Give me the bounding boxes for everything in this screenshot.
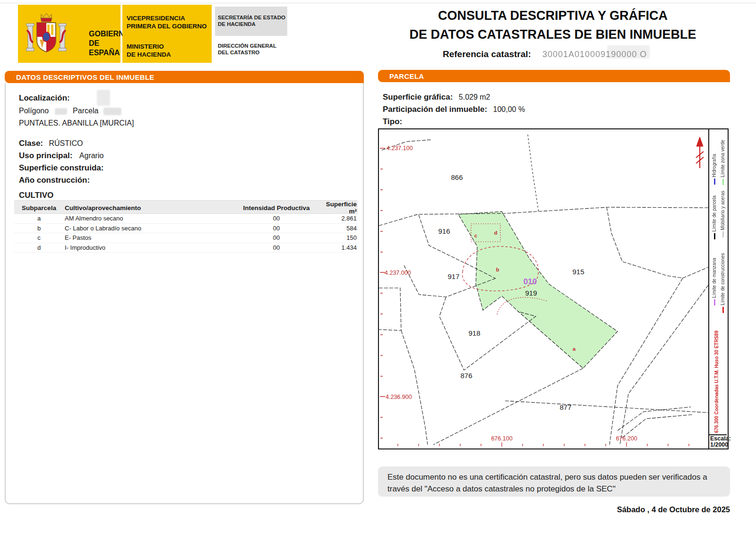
direccion-catastro-text: DIRECCIÓN GENERAL DEL CATASTRO (218, 42, 276, 56)
clase-line: Clase: RÚSTICO (19, 139, 83, 148)
coord-label-y3: 4.236.900 (386, 394, 412, 400)
parcel-label-916: 916 (438, 227, 450, 235)
ref-catastral-label: Referencia catastral: (443, 49, 531, 59)
ministerio-text: MINISTERIO (127, 42, 171, 51)
coord-label-x2: 676.200 (616, 435, 637, 442)
disclaimer-box: Este documento no es una certificación c… (378, 466, 730, 497)
coord-label-y1: 4.237.100 (387, 145, 413, 152)
participacion-line: Participación del inmueble: 100,00 % (383, 105, 525, 114)
redaction (103, 108, 121, 115)
table-row: c E- Pastos 00 150 (14, 233, 358, 243)
coord-label-y2: 4.237.000 (385, 270, 411, 276)
legend-hidrografia: Hidrografía (711, 154, 718, 185)
table-row: a AM Almendro secano 00 2.861 (14, 214, 358, 224)
legend-mobiliario: Mobiliario y aceras (719, 191, 727, 237)
section-header-parcela: PARCELA (378, 70, 730, 82)
subparcel-label-a: a (573, 346, 576, 352)
ministerio-logo-block: VICEPRESIDENCIA PRIMERA DEL GOBIERNO MIN… (122, 5, 212, 63)
hidrografia-line-swatch (714, 178, 715, 185)
secretaria-block: SECRETARÍA DE ESTADO DE HACIENDA (215, 7, 287, 36)
limite-construcciones-line-swatch (722, 307, 724, 313)
redaction (55, 108, 67, 115)
subparcel-label-b: b (496, 267, 499, 272)
table-row: b C- Labor o Labradío secano 00 584 (14, 224, 358, 234)
section-header-datos-descriptivos: DATOS DESCRIPTIVOS DEL INMUEBLE (5, 71, 364, 83)
redaction (97, 90, 110, 106)
spain-coat-of-arms (26, 11, 67, 58)
north-arrow-icon (696, 137, 704, 168)
subparcel-label-d: d (494, 230, 498, 236)
parcel-label-915: 915 (572, 268, 584, 276)
uso-line: Uso principal: Agrario (19, 151, 103, 161)
superficie-grafica-line: Superficie gráfica: 5.029 m2 (383, 93, 490, 102)
zona-verde-line-swatch (722, 179, 724, 185)
parcel-label-876: 876 (460, 372, 472, 380)
cultivo-title: CULTIVO (19, 191, 53, 200)
legend-limite-parcela: Límite de parcela (711, 195, 718, 239)
top-divider (0, 3, 756, 3)
parcel-label-919: 919 (525, 289, 537, 297)
subparcel-label-c: c (474, 233, 477, 238)
anio-construccion-label: Año construcción: (19, 176, 90, 185)
mobiliario-line-swatch (722, 231, 724, 237)
utm-coordinates-note: 676.300 Coordenadas U.T.M. Huso 30 ETRS8… (714, 331, 719, 433)
localizacion-label: Localización: (19, 93, 70, 103)
map-legend: Hidrografía Límite zona verde Límite de … (708, 129, 727, 448)
parcel-ref-label-010: 010 (524, 277, 537, 286)
municipio-line: PUNTALES. ABANILLA [MURCIA] (19, 119, 134, 127)
parcel-label-917: 917 (447, 272, 459, 280)
parcel-label-918: 918 (468, 329, 480, 337)
cadastral-document: GOBIERNO DE ESPAÑA VICEPRESIDENCIA PRIME… (0, 0, 756, 533)
legend-limite-manzana: Límite de manzana (711, 258, 718, 305)
scale-box: Escala: 1/2000 (709, 434, 727, 448)
page-title-line1: CONSULTA DESCRIPTIVA Y GRÁFICA (406, 8, 699, 23)
gobierno-logo-block: GOBIERNO DE ESPAÑA (18, 5, 120, 63)
vicepresidencia-text: VICEPRESIDENCIA (127, 14, 207, 22)
legend-zona-verde: Límite zona verde (719, 140, 727, 185)
parcel-label-877: 877 (559, 403, 571, 411)
limite-parcela-line-swatch (714, 233, 715, 239)
tipo-label: Tipo: (383, 117, 402, 127)
ref-catastral-value: 30001A010009190000 O (542, 50, 647, 59)
cultivo-table: Subparcela Cultivo/aprovechamiento Inten… (14, 200, 358, 253)
limite-manzana-line-swatch (714, 299, 715, 305)
cultivo-table-header: Subparcela Cultivo/aprovechamiento Inten… (14, 200, 358, 214)
poligono-parcela-line: Polígono Parcela (19, 107, 121, 115)
parcel-map: 866 916 917 918 876 877 915 919 010 c d … (378, 128, 729, 449)
parcel-label-866: 866 (451, 173, 463, 181)
map-canvas: 866 916 917 918 876 877 915 919 010 c d … (379, 129, 708, 448)
coord-label-x1: 676.100 (491, 435, 512, 442)
document-date: Sábado , 4 de Octubre de 2025 (494, 505, 730, 514)
page-title-line2: DE DATOS CATASTRALES DE BIEN INMUEBLE (406, 27, 699, 42)
table-row: d I- Improductivo 00 1.434 (14, 243, 358, 253)
superficie-construida-label: Superficie construida: (19, 163, 103, 173)
legend-limite-construcciones: Límite de construcciones (719, 253, 727, 313)
